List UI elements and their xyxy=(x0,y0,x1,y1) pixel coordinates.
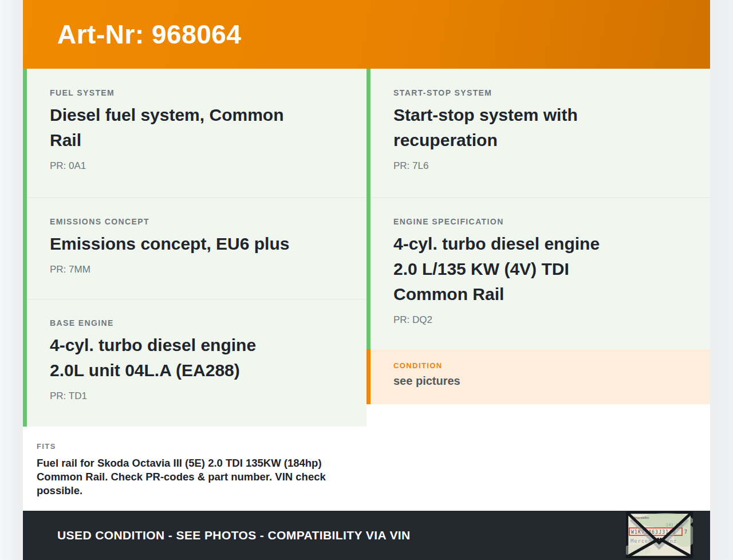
card-label: FUEL SYSTEM xyxy=(50,88,340,97)
card-title: 4-cyl. turbo diesel engine 2.0 L/135 KW … xyxy=(393,231,684,307)
pr-code: PR: 0A1 xyxy=(50,160,340,172)
pr-code: PR: TD1 xyxy=(50,391,340,402)
left-column: FUEL SYSTEM Diesel fuel system, Common R… xyxy=(23,69,366,508)
right-column: START-STOP SYSTEM Start-stop system with… xyxy=(366,69,710,508)
card-label: START-STOP SYSTEM xyxy=(393,88,684,97)
card-label: EMISSIONS CONCEPT xyxy=(50,217,340,226)
card-label: CONDITION xyxy=(393,361,684,370)
card-fuel-system: FUEL SYSTEM Diesel fuel system, Common R… xyxy=(23,69,366,198)
spec-grid: FUEL SYSTEM Diesel fuel system, Common R… xyxy=(23,69,710,508)
card-title: Emissions concept, EU6 plus xyxy=(50,231,340,257)
footer-banner: USED CONDITION - SEE PHOTOS - COMPATIBIL… xyxy=(23,511,710,560)
card-title: 4-cyl. turbo diesel engine 2.0L unit 04L… xyxy=(50,333,340,383)
listing-sheet: Art-Nr: 968064 FUEL SYSTEM Diesel fuel s… xyxy=(23,0,710,560)
card-base-engine: BASE ENGINE 4-cyl. turbo diesel engine 2… xyxy=(23,299,366,427)
fits-description: Fuel rail for Skoda Octavia III (5E) 2.0… xyxy=(37,456,350,498)
pr-code: PR: 7MM xyxy=(50,264,340,275)
vin-document-envelope-icon: Fahrgestellnr. [4] AiA W1K71463J314B 7 M… xyxy=(626,511,693,558)
pr-code: PR: 7L6 xyxy=(393,160,684,172)
card-emissions-concept: EMISSIONS CONCEPT Emissions concept, EU6… xyxy=(23,198,366,299)
pr-code: PR: DQ2 xyxy=(393,314,684,326)
condition-value: see pictures xyxy=(393,374,684,388)
card-label: FITS xyxy=(37,442,350,451)
card-condition: CONDITION see pictures xyxy=(366,349,710,404)
card-title: Start-stop system with recuperation xyxy=(393,102,684,153)
card-label: ENGINE SPECIFICATION xyxy=(393,217,684,226)
card-label: BASE ENGINE xyxy=(50,318,340,328)
header: Art-Nr: 968064 xyxy=(23,0,710,69)
card-engine-specification: ENGINE SPECIFICATION 4-cyl. turbo diesel… xyxy=(366,198,710,349)
vin-suffix-text: 7 xyxy=(684,530,687,535)
card-fits: FITS Fuel rail for Skoda Octavia III (5E… xyxy=(23,427,366,508)
card-start-stop-system: START-STOP SYSTEM Start-stop system with… xyxy=(366,69,710,198)
article-number-title: Art-Nr: 968064 xyxy=(57,19,241,50)
card-title: Diesel fuel system, Common Rail xyxy=(50,102,340,153)
empty-area xyxy=(366,404,710,508)
footer-text: USED CONDITION - SEE PHOTOS - COMPATIBIL… xyxy=(57,529,411,542)
